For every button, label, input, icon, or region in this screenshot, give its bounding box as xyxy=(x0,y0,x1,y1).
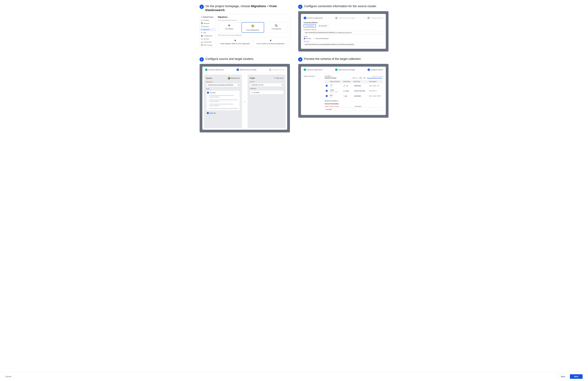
col-description: Description xyxy=(368,80,383,83)
svg-point-2 xyxy=(252,26,253,26)
token-radio-group: API Key User and Password xyxy=(304,38,383,39)
index-label: Index xyxy=(206,88,240,90)
select-all-row[interactable]: ✓ Select All xyxy=(206,112,240,114)
ss2-step3: 3 Configure Schema xyxy=(367,17,383,19)
description-label: Description xyxy=(355,106,383,107)
ss4-step1-label: Connect to Data Source xyxy=(307,69,323,70)
sidebar-item-clusters[interactable]: 🔗Clusters xyxy=(200,19,216,22)
source-title: Source xyxy=(206,77,212,79)
step4-body: Target Collection 1 my-index ✎ Source: m… xyxy=(301,73,386,115)
table-row: ✓ _id _id xyxy=(325,83,383,88)
radio-user-pass-dot xyxy=(313,38,315,39)
milvus-label: From Milvus xyxy=(219,28,239,30)
source-note: Source: my-index xyxy=(373,76,383,77)
key-icon: 🔑 xyxy=(343,85,345,87)
step3-screenshot: ✓ Connect to Data Source 2 Select Source… xyxy=(200,64,290,132)
radio-api-key-dot xyxy=(304,38,305,39)
advanced-settings[interactable]: Advanced Settings ∨ xyxy=(325,100,383,102)
external-org-label: From a Cluster in an External Organizati… xyxy=(255,43,287,44)
sidebar-item-api-console[interactable]: ⌨API Console xyxy=(200,43,216,47)
card-from-milvus[interactable]: 👁 From Milvus xyxy=(218,22,241,33)
elasticsearch-label: From Elasticsearch xyxy=(243,29,263,31)
cancel-button[interactable]: Cancel xyxy=(5,376,11,378)
step2-inner: 1 Connect to Data Source 2 Select Source… xyxy=(301,14,386,49)
ss2-step3-label: Configure Schema xyxy=(371,17,383,19)
step3-number: 3 xyxy=(200,57,204,62)
radio-api-key[interactable]: API Key xyxy=(304,38,311,39)
target-collection-label: Target Collection 1 xyxy=(304,75,323,77)
arrow-icon: » xyxy=(244,100,246,103)
radio-user-pass[interactable]: User and Password xyxy=(313,38,328,39)
cross-cluster-label: Zilliz Cloud Cross-Cluster Migrations xyxy=(218,34,288,36)
btn-via-cloud-id[interactable]: Via Cloud ID xyxy=(317,24,329,27)
index-list: ✓ my-index internal.alerts-transform.hea… xyxy=(206,90,240,110)
index-other-2[interactable]: internal.alerts-ml.anomaly-detection.ale… xyxy=(206,98,240,103)
step2-screenshot: 1 Connect to Data Source 2 Select Source… xyxy=(298,11,389,52)
pgvector-label: From pgvector xyxy=(266,28,287,30)
card-from-pgvector[interactable]: 🐘 From pgvector xyxy=(265,22,288,33)
target-collection-value-col: my-index ✎ Source: my-index Schema Previ… xyxy=(325,75,383,111)
migrations-title: Migrations xyxy=(218,16,288,18)
sidebar-item-migrations[interactable]: ⇄Migrations xyxy=(200,28,216,31)
collection-name-input[interactable] xyxy=(325,108,353,111)
schema-mapping-link[interactable]: Schema Mapping Guide ↗ xyxy=(367,77,383,79)
row3-checkbox[interactable]: ✓ xyxy=(326,95,328,97)
index-other-1[interactable]: internal.alerts-transform.health.alerts-… xyxy=(206,94,240,98)
sidebar-item-collaborators[interactable]: 👥Collaborators xyxy=(200,34,216,37)
row1-checkbox[interactable]: ✓ xyxy=(326,85,328,87)
migration-cards-cross: ✦ Cluster Migration Within Current Organ… xyxy=(218,37,288,46)
ss4-step3: 3 Configure Schema xyxy=(368,68,383,71)
sidebar-item-security[interactable]: 🔒Security xyxy=(200,37,216,40)
card-from-elasticsearch[interactable]: From Elasticsearch xyxy=(242,22,264,33)
step3-stepper: ✓ Connect to Data Source 2 Select Source… xyxy=(202,67,287,73)
card-current-org[interactable]: ✦ Cluster Migration Within Current Organ… xyxy=(218,37,252,46)
migration-cards-external: 👁 From Milvus From Elasticsearch xyxy=(218,22,288,33)
target-panel-header: Target ✳ Zilliz Cloud xyxy=(250,77,283,79)
ss2-step1-label: Connect to Data Source xyxy=(307,17,323,19)
sidebar-item-project-alert[interactable]: 🔔Project Alert xyxy=(200,40,216,43)
ss3-step2-label: Select Source and Target xyxy=(240,69,256,70)
description-input[interactable] xyxy=(355,108,383,111)
step1-header: 1 On the project homepage, choose Migrat… xyxy=(200,4,290,12)
next-button[interactable]: Next xyxy=(570,374,583,379)
bottom-bar: Cancel Back Next xyxy=(0,372,588,381)
table-row: ✓ text text xyxy=(325,93,383,99)
step3-header: 3 Configure source and target clusters. xyxy=(200,57,290,62)
step2-number: 2 xyxy=(298,5,302,9)
ss4-step3-label: Configure Schema xyxy=(371,69,383,70)
step1-screenshot: ▼ Default Project 🔗Clusters 💾Backups ⊞Pi… xyxy=(200,14,290,48)
db-endpoint-input[interactable] xyxy=(304,31,383,34)
migrations-main: Migrations From External Data Sources 👁 … xyxy=(216,14,290,48)
source-db-select[interactable]: 52b93261f1fc4b30ba04b130195084c8 xyxy=(206,83,240,87)
back-button[interactable]: Back xyxy=(558,374,568,379)
edit-collection-icon[interactable]: ✎ xyxy=(332,75,333,77)
card-external-org[interactable]: ✦ From a Cluster in an External Organiza… xyxy=(253,37,288,46)
index-other-4[interactable]: internal.alerts-default.alerts-default-0… xyxy=(206,107,240,110)
source-badge: Elasticsearch xyxy=(228,77,240,80)
sidebar-item-jobs[interactable]: ☰Jobs xyxy=(200,31,216,34)
ss3-step3-label: Configure Schema xyxy=(272,69,284,70)
index-other-3[interactable]: internal.alerts-observability.slo.alerts… xyxy=(206,103,240,107)
step4-screenshot: ✓ Connect to Data Source ✓ Select Source… xyxy=(298,64,389,118)
btn-via-endpoint[interactable]: Via Endpoint xyxy=(304,24,316,27)
schema-preview-header: Schema Preview Auto ID OFF Schema Mappin… xyxy=(325,77,383,79)
es-icon xyxy=(228,77,230,80)
source-panel: Source Elasticsearch Database* 52b93261f… xyxy=(204,75,242,128)
sidebar-item-backups[interactable]: 💾Backups xyxy=(200,22,216,25)
target-cluster-select[interactable]: Dedicated-01-aws xyxy=(250,83,283,87)
auto-id-toggle-switch[interactable] xyxy=(358,77,362,79)
step2-title: Configure connection information for the… xyxy=(304,4,377,8)
ss3-step3: 3 Configure Schema xyxy=(269,68,284,71)
index-item-my-index[interactable]: ✓ my-index xyxy=(206,91,240,94)
milvus-icon: 👁 xyxy=(219,24,239,27)
row2-checkbox[interactable]: ✓ xyxy=(326,90,328,92)
source-panel-header: Source Elasticsearch xyxy=(206,77,240,80)
target-cluster-label: Cluster* xyxy=(250,81,283,83)
current-org-label: Cluster Migration Within Current Organiz… xyxy=(219,43,251,44)
vec-icon: ◈ xyxy=(343,90,344,92)
ss3-step1: ✓ Connect to Data Source xyxy=(205,68,224,71)
general-info-form: Target Collection Name* Description xyxy=(325,106,383,111)
sidebar-item-pipelines[interactable]: ⊞Pipelines xyxy=(200,25,216,28)
target-collection-label: Collection xyxy=(250,88,283,89)
api-key-input[interactable] xyxy=(304,43,383,46)
